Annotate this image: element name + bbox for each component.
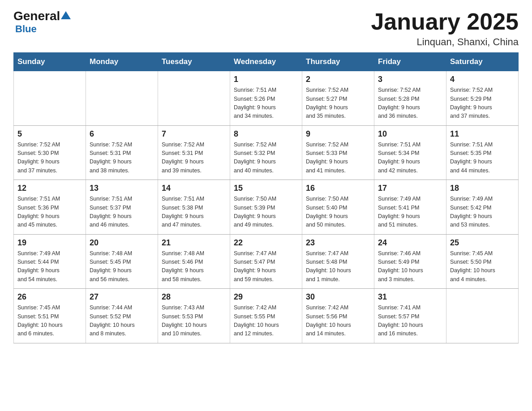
calendar-day-25: 25Sunrise: 7:45 AMSunset: 5:50 PMDayligh… [446,234,519,289]
day-number: 12 [17,184,82,193]
day-info: Sunrise: 7:51 AMSunset: 5:26 PMDaylight:… [234,86,298,121]
day-number: 21 [162,238,226,248]
empty-cell [446,289,519,343]
calendar-day-23: 23Sunrise: 7:47 AMSunset: 5:48 PMDayligh… [302,234,374,289]
day-number: 24 [378,238,442,248]
day-info: Sunrise: 7:52 AMSunset: 5:31 PMDaylight:… [90,141,154,176]
day-number: 2 [306,75,370,84]
calendar-day-11: 11Sunrise: 7:51 AMSunset: 5:35 PMDayligh… [446,125,519,180]
calendar-day-26: 26Sunrise: 7:45 AMSunset: 5:51 PMDayligh… [14,289,86,343]
day-number: 14 [162,184,226,193]
day-number: 5 [17,129,82,139]
day-info: Sunrise: 7:48 AMSunset: 5:46 PMDaylight:… [162,249,226,284]
day-number: 1 [234,75,298,84]
day-number: 28 [162,292,226,302]
day-number: 13 [90,184,154,193]
day-number: 29 [234,292,298,302]
logo-triangle-icon [61,10,71,20]
calendar-day-13: 13Sunrise: 7:51 AMSunset: 5:37 PMDayligh… [86,180,158,235]
calendar-day-22: 22Sunrise: 7:47 AMSunset: 5:47 PMDayligh… [230,234,302,289]
calendar-day-28: 28Sunrise: 7:43 AMSunset: 5:53 PMDayligh… [158,289,230,343]
calendar-table: SundayMondayTuesdayWednesdayThursdayFrid… [13,52,519,343]
day-number: 4 [450,75,515,84]
logo: General Blue [13,9,72,35]
day-header-monday: Monday [86,53,158,71]
day-number: 10 [378,129,442,139]
logo-general-text: General [13,9,60,23]
calendar-week-row: 19Sunrise: 7:49 AMSunset: 5:44 PMDayligh… [14,234,519,289]
day-info: Sunrise: 7:45 AMSunset: 5:50 PMDaylight:… [450,249,515,284]
day-info: Sunrise: 7:51 AMSunset: 5:34 PMDaylight:… [378,141,442,176]
day-info: Sunrise: 7:46 AMSunset: 5:49 PMDaylight:… [378,249,442,284]
calendar-day-10: 10Sunrise: 7:51 AMSunset: 5:34 PMDayligh… [374,125,446,180]
day-info: Sunrise: 7:51 AMSunset: 5:35 PMDaylight:… [450,141,515,176]
day-info: Sunrise: 7:52 AMSunset: 5:33 PMDaylight:… [306,141,370,176]
day-info: Sunrise: 7:42 AMSunset: 5:56 PMDaylight:… [306,304,370,338]
day-info: Sunrise: 7:52 AMSunset: 5:30 PMDaylight:… [17,141,82,176]
day-info: Sunrise: 7:51 AMSunset: 5:38 PMDaylight:… [162,195,226,230]
calendar-day-7: 7Sunrise: 7:52 AMSunset: 5:31 PMDaylight… [158,125,230,180]
calendar-day-16: 16Sunrise: 7:50 AMSunset: 5:40 PMDayligh… [302,180,374,235]
title-block: January 2025 Linquan, Shanxi, China [371,9,519,48]
day-number: 11 [450,129,515,139]
calendar-week-row: 5Sunrise: 7:52 AMSunset: 5:30 PMDaylight… [14,125,519,180]
calendar-day-24: 24Sunrise: 7:46 AMSunset: 5:49 PMDayligh… [374,234,446,289]
calendar-day-17: 17Sunrise: 7:49 AMSunset: 5:41 PMDayligh… [374,180,446,235]
calendar-day-8: 8Sunrise: 7:52 AMSunset: 5:32 PMDaylight… [230,125,302,180]
calendar-day-2: 2Sunrise: 7:52 AMSunset: 5:27 PMDaylight… [302,71,374,126]
calendar-day-19: 19Sunrise: 7:49 AMSunset: 5:44 PMDayligh… [14,234,86,289]
day-number: 15 [234,184,298,193]
day-header-tuesday: Tuesday [158,53,230,71]
day-number: 30 [306,292,370,302]
calendar-header-row: SundayMondayTuesdayWednesdayThursdayFrid… [14,53,519,71]
month-title: January 2025 [371,9,519,34]
calendar-day-12: 12Sunrise: 7:51 AMSunset: 5:36 PMDayligh… [14,180,86,235]
day-info: Sunrise: 7:49 AMSunset: 5:42 PMDaylight:… [450,195,515,230]
calendar-day-1: 1Sunrise: 7:51 AMSunset: 5:26 PMDaylight… [230,71,302,126]
day-header-saturday: Saturday [446,53,519,71]
day-number: 25 [450,238,515,248]
empty-cell [158,71,230,126]
day-info: Sunrise: 7:41 AMSunset: 5:57 PMDaylight:… [378,304,442,338]
calendar-day-31: 31Sunrise: 7:41 AMSunset: 5:57 PMDayligh… [374,289,446,343]
calendar-day-29: 29Sunrise: 7:42 AMSunset: 5:55 PMDayligh… [230,289,302,343]
day-info: Sunrise: 7:44 AMSunset: 5:52 PMDaylight:… [90,304,154,338]
day-info: Sunrise: 7:51 AMSunset: 5:37 PMDaylight:… [90,195,154,230]
day-info: Sunrise: 7:52 AMSunset: 5:27 PMDaylight:… [306,86,370,121]
logo-blue-text: Blue [15,23,37,35]
day-info: Sunrise: 7:43 AMSunset: 5:53 PMDaylight:… [162,304,226,338]
calendar-day-3: 3Sunrise: 7:52 AMSunset: 5:28 PMDaylight… [374,71,446,126]
day-info: Sunrise: 7:50 AMSunset: 5:40 PMDaylight:… [306,195,370,230]
day-header-wednesday: Wednesday [230,53,302,71]
calendar-week-row: 26Sunrise: 7:45 AMSunset: 5:51 PMDayligh… [14,289,519,343]
day-info: Sunrise: 7:49 AMSunset: 5:41 PMDaylight:… [378,195,442,230]
calendar-day-20: 20Sunrise: 7:48 AMSunset: 5:45 PMDayligh… [86,234,158,289]
calendar-day-21: 21Sunrise: 7:48 AMSunset: 5:46 PMDayligh… [158,234,230,289]
day-header-sunday: Sunday [14,53,86,71]
day-info: Sunrise: 7:50 AMSunset: 5:39 PMDaylight:… [234,195,298,230]
calendar-week-row: 1Sunrise: 7:51 AMSunset: 5:26 PMDaylight… [14,71,519,126]
day-info: Sunrise: 7:52 AMSunset: 5:28 PMDaylight:… [378,86,442,121]
day-number: 23 [306,238,370,248]
day-info: Sunrise: 7:42 AMSunset: 5:55 PMDaylight:… [234,304,298,338]
day-header-thursday: Thursday [302,53,374,71]
calendar-day-6: 6Sunrise: 7:52 AMSunset: 5:31 PMDaylight… [86,125,158,180]
day-number: 19 [17,238,82,248]
empty-cell [14,71,86,126]
day-info: Sunrise: 7:52 AMSunset: 5:29 PMDaylight:… [450,86,515,121]
day-info: Sunrise: 7:49 AMSunset: 5:44 PMDaylight:… [17,249,82,284]
day-number: 16 [306,184,370,193]
page-header: General Blue January 2025 Linquan, Shanx… [13,9,519,48]
day-number: 27 [90,292,154,302]
location-text: Linquan, Shanxi, China [371,36,519,48]
day-number: 18 [450,184,515,193]
day-number: 7 [162,129,226,139]
day-number: 31 [378,292,442,302]
day-info: Sunrise: 7:47 AMSunset: 5:48 PMDaylight:… [306,249,370,284]
day-number: 6 [90,129,154,139]
calendar-day-27: 27Sunrise: 7:44 AMSunset: 5:52 PMDayligh… [86,289,158,343]
day-info: Sunrise: 7:48 AMSunset: 5:45 PMDaylight:… [90,249,154,284]
day-header-friday: Friday [374,53,446,71]
day-number: 3 [378,75,442,84]
day-info: Sunrise: 7:52 AMSunset: 5:32 PMDaylight:… [234,141,298,176]
